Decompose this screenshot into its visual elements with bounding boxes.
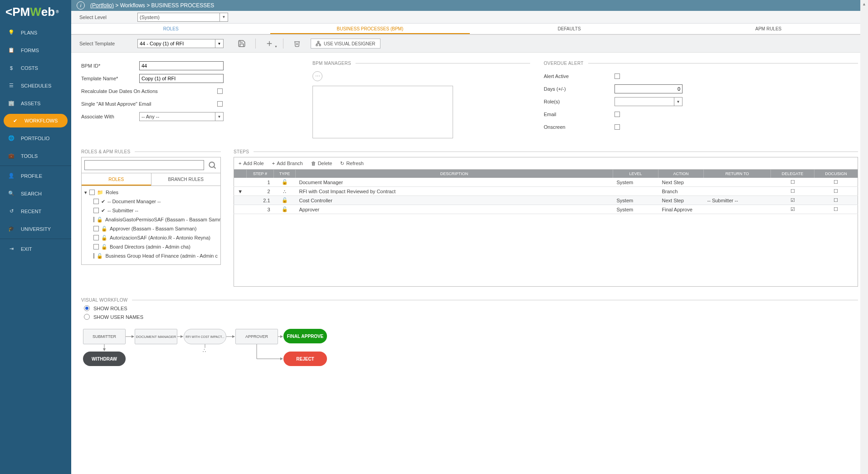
- breadcrumb-portfolio[interactable]: (Portfolio): [90, 2, 114, 9]
- assoc-dropdown[interactable]: -- Any --▼: [139, 112, 224, 121]
- show-users-radio[interactable]: [84, 314, 90, 320]
- tree-item[interactable]: Approver (Bassam - Bassam Samman): [110, 226, 196, 231]
- show-roles-radio[interactable]: [84, 305, 90, 311]
- refresh-button[interactable]: ↻Refresh: [340, 161, 364, 166]
- days-input[interactable]: [614, 84, 683, 93]
- table-row[interactable]: ▼2⛬RFI with Cost Impact Reviewed by Cont…: [234, 187, 858, 196]
- nav-assets[interactable]: 🏢ASSETS: [0, 94, 71, 112]
- tree-item[interactable]: Business Group Head of Finance (admin - …: [105, 253, 218, 259]
- chevron-down-icon: ▼: [215, 39, 223, 48]
- onscreen-checkbox[interactable]: [614, 124, 620, 130]
- tree-item[interactable]: AutorizacionSAF (Antonio.R - Antonio Rey…: [110, 235, 210, 240]
- template-name-input[interactable]: [139, 74, 224, 83]
- col-delegate: DELEGATE: [771, 170, 814, 178]
- lock-icon: 🔓: [97, 253, 103, 259]
- lock-icon: 🔓: [101, 235, 107, 241]
- recalc-label: Recalculate Due Dates On Actions: [81, 88, 217, 94]
- select-level-dropdown[interactable]: (System) ▼: [137, 13, 228, 22]
- visual-designer-button[interactable]: USE VISUAL DESIGNER: [311, 39, 380, 49]
- nav-profile[interactable]: 👤PROFILE: [0, 167, 71, 185]
- nav-portfolio[interactable]: 🌐PORTFOLIO: [0, 129, 71, 147]
- plus-icon: +: [239, 161, 241, 166]
- select-template-label: Select Template: [79, 41, 137, 46]
- delete-icon[interactable]: [292, 38, 302, 49]
- page-scrollbar[interactable]: ▲: [860, 0, 868, 474]
- roles-dropdown[interactable]: ▼: [614, 97, 683, 106]
- roles-subtab-branch[interactable]: BRANCH RULES: [151, 173, 221, 186]
- col-type: TYPE: [274, 170, 296, 178]
- steps-section-header: STEPS: [234, 149, 249, 154]
- nav-search[interactable]: 🔍SEARCH: [0, 185, 71, 202]
- tree-checkbox[interactable]: [93, 253, 94, 259]
- nav-forms[interactable]: 📋FORMS: [0, 41, 71, 59]
- email-checkbox[interactable]: [614, 112, 620, 117]
- select-template-dropdown[interactable]: 44 - Copy (1) of RFI ▼: [137, 39, 224, 48]
- nav-workflows[interactable]: ✔WORKFLOWS: [4, 114, 68, 127]
- nav-recent[interactable]: ↺RECENT: [0, 202, 71, 220]
- nav-plans[interactable]: 💡PLANS: [0, 24, 71, 41]
- tree-item[interactable]: -- Submitter --: [107, 208, 138, 213]
- tree-checkbox[interactable]: [93, 244, 99, 249]
- tree-checkbox[interactable]: [93, 208, 99, 213]
- graduation-icon: 🎓: [6, 226, 16, 232]
- nav-exit[interactable]: ⇥EXIT: [0, 240, 71, 258]
- col-docusign: DOCUSIGN: [814, 170, 858, 178]
- table-row[interactable]: 2.1🔓Cost ControllerSystemNext Step-- Sub…: [234, 196, 858, 205]
- tab-defaults[interactable]: DEFAULTS: [470, 24, 669, 34]
- nav-university[interactable]: 🎓UNIVERSITY: [0, 220, 71, 238]
- tree-checkbox[interactable]: [93, 235, 99, 240]
- add-icon[interactable]: ▼: [264, 38, 275, 49]
- info-icon[interactable]: i: [77, 1, 85, 10]
- wf-submitter[interactable]: SUBMITTER: [83, 329, 126, 344]
- table-row[interactable]: 1🔓Document ManagerSystemNext Step☐☐: [234, 178, 858, 187]
- search-icon[interactable]: [207, 160, 218, 171]
- wf-reject[interactable]: REJECT: [283, 352, 327, 366]
- recalc-checkbox[interactable]: [217, 88, 223, 94]
- delete-button[interactable]: 🗑Delete: [311, 161, 332, 166]
- email-label: Email: [544, 112, 614, 117]
- bpm-managers-list[interactable]: [312, 86, 453, 138]
- tree-item[interactable]: -- Document Manager --: [107, 199, 161, 204]
- nav-label: TOOLS: [21, 153, 38, 159]
- breadcrumb: (Portfolio) > Workflows > BUSINESS PROCE…: [90, 2, 214, 9]
- tab-bpm[interactable]: BUSINESS PROCESSES (BPM): [270, 24, 469, 34]
- save-icon[interactable]: [236, 38, 247, 49]
- table-row[interactable]: 3🔓ApproverSystemFinal Approve☑☐: [234, 205, 858, 214]
- tab-apm[interactable]: APM RULES: [669, 24, 868, 34]
- single-email-checkbox[interactable]: [217, 101, 223, 107]
- template-toolbar: Select Template 44 - Copy (1) of RFI ▼ ▼…: [71, 34, 868, 53]
- chevron-down-icon: ▼: [219, 13, 228, 21]
- tree-checkbox[interactable]: [93, 199, 99, 204]
- nav-schedules[interactable]: ☰SCHEDULES: [0, 77, 71, 94]
- tree-checkbox[interactable]: [93, 217, 94, 222]
- roles-search-input[interactable]: [84, 160, 204, 170]
- wf-rfi[interactable]: RFI WITH COST IMPACT...: [184, 329, 226, 344]
- tree-checkbox[interactable]: [93, 226, 99, 231]
- check-icon: ✔: [101, 199, 105, 205]
- add-branch-button[interactable]: +Add Branch: [272, 161, 303, 166]
- bpm-id-input[interactable]: [139, 61, 224, 70]
- tree-item[interactable]: AnalisisGastoPermisoSAF (Bassam - Bassam…: [105, 217, 221, 222]
- dollar-icon: $: [6, 65, 16, 71]
- tree-item[interactable]: Board Directors (admin - Admin cha): [110, 244, 190, 249]
- col-action: ACTION: [658, 170, 704, 178]
- wf-approver[interactable]: APPROVER: [235, 329, 278, 344]
- tab-roles[interactable]: ROLES: [71, 24, 270, 34]
- wf-withdraw[interactable]: WITHDRAW: [83, 352, 126, 366]
- alert-active-checkbox[interactable]: [614, 73, 620, 79]
- roles-label: Role(s): [544, 99, 614, 104]
- add-role-button[interactable]: +Add Role: [239, 161, 264, 166]
- bpm-managers-more-button[interactable]: ⋯: [312, 71, 322, 81]
- wf-final-approve[interactable]: FINAL APPROVE: [283, 329, 327, 343]
- days-label: Days (+/-): [544, 86, 614, 92]
- roles-subtab-roles[interactable]: ROLES: [82, 173, 151, 186]
- nav-costs[interactable]: $COSTS: [0, 59, 71, 77]
- steps-empty-area: [234, 214, 858, 287]
- wf-docmgr[interactable]: DOCUMENT MANAGER: [135, 329, 177, 344]
- tree-checkbox[interactable]: [89, 190, 95, 195]
- roles-section-header: ROLES & APM RULES: [81, 149, 130, 154]
- lightbulb-icon: 💡: [6, 29, 16, 35]
- roles-tree[interactable]: ▾📁Roles ✔-- Document Manager -- ✔-- Subm…: [81, 186, 221, 265]
- tree-collapse-icon[interactable]: ▾: [84, 190, 87, 195]
- nav-tools[interactable]: 💼TOOLS: [0, 147, 71, 165]
